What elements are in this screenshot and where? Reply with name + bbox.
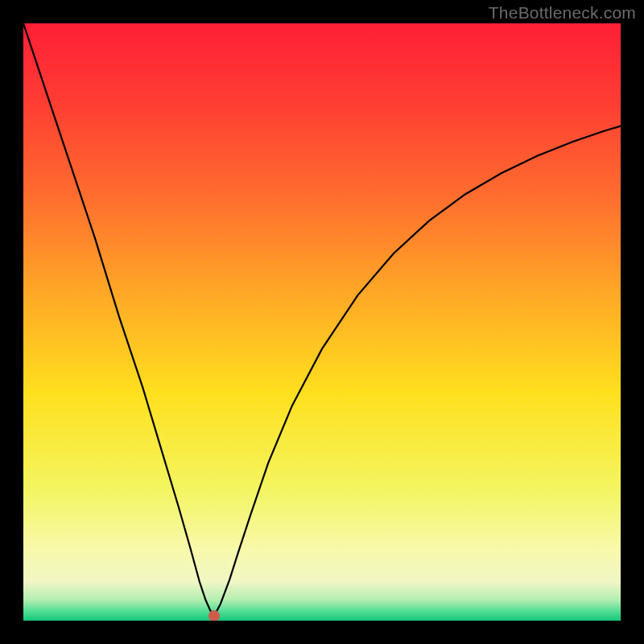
curve-layer xyxy=(23,23,621,621)
optimum-marker xyxy=(208,610,220,621)
plot-area xyxy=(23,23,621,621)
chart-frame: TheBottleneck.com xyxy=(0,0,644,644)
bottleneck-curve xyxy=(23,23,621,615)
watermark-text: TheBottleneck.com xyxy=(489,3,636,23)
